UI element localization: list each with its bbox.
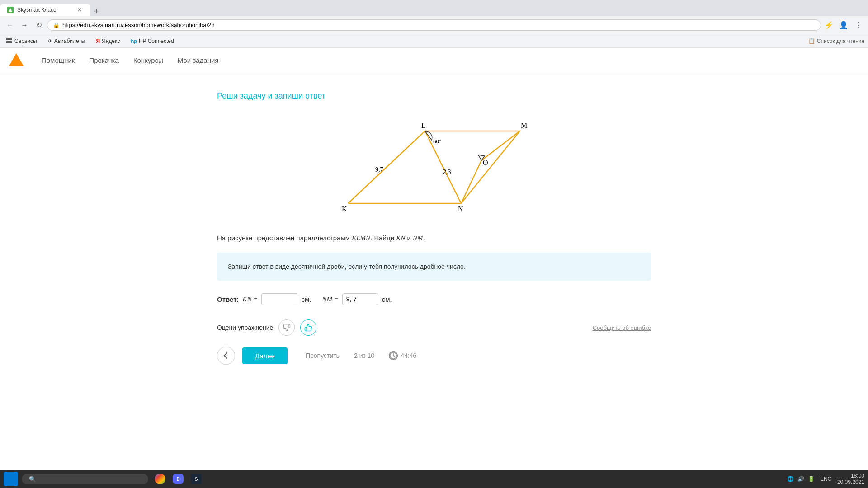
footer-nav: Далее Пропустить 2 из 10 44:46 — [217, 347, 651, 365]
label-K: K — [342, 205, 347, 213]
geometry-diagram: L M K N O 60° 9,7 2,3 — [321, 115, 547, 215]
tab-close-button[interactable]: ✕ — [76, 6, 83, 14]
timer: 44:46 — [389, 351, 416, 360]
menu-button[interactable]: ⋮ — [852, 19, 864, 32]
svg-rect-1 — [6, 38, 9, 40]
svg-marker-0 — [9, 8, 12, 12]
next-button[interactable]: Далее — [242, 347, 288, 364]
bookmark-flights[interactable]: ✈ Авиабилеты — [45, 37, 88, 45]
answer-row: Ответ: KN = см. NM = см. — [217, 293, 651, 305]
reload-button[interactable]: ↻ — [33, 19, 45, 32]
bookmark-yandex-label: Яндекс — [102, 38, 120, 44]
hint-box: Запиши ответ в виде десятичной дроби, ес… — [217, 253, 651, 281]
yandex-icon: Я — [96, 38, 100, 44]
diagram-container: L M K N O 60° 9,7 2,3 — [217, 115, 651, 215]
page-header: Помощник Прокачка Конкурсы Мои задания — [0, 48, 868, 73]
svg-rect-3 — [6, 41, 9, 43]
math-klmn: KLMN — [352, 235, 370, 242]
nm-input[interactable] — [342, 293, 378, 305]
report-error-link[interactable]: Сообщить об ошибке — [593, 324, 651, 331]
bookmark-hp-label: HP Connected — [139, 38, 174, 44]
nm-label: NM = — [322, 296, 338, 303]
math-kn: KN — [396, 235, 405, 242]
nav-bar: ← → ↻ 🔒 https://edu.skysmart.ru/lesson/h… — [0, 16, 868, 34]
bookmarks-bar: Сервисы ✈ Авиабилеты Я Яндекс hp HP Conn… — [0, 34, 868, 48]
bookmark-services[interactable]: Сервисы — [4, 37, 40, 45]
progress-indicator: 2 из 10 — [354, 352, 374, 359]
problem-text: На рисунке представлен параллелограмм KL… — [217, 233, 651, 244]
svg-rect-2 — [9, 38, 12, 40]
reading-list-icon: 📋 — [808, 38, 815, 44]
reading-list-label: Список для чтения — [817, 38, 864, 44]
kn-label: KN = — [243, 296, 258, 303]
hint-text: Запиши ответ в виде десятичной дроби, ес… — [228, 263, 466, 270]
nav-pumping[interactable]: Прокачка — [89, 56, 118, 64]
line-om — [481, 131, 520, 160]
label-N: N — [458, 205, 463, 213]
rating-row: Оцени упражнение Сообщить об ошибке — [217, 319, 651, 336]
extensions-button[interactable]: ⚡ — [823, 19, 835, 32]
logo[interactable] — [9, 53, 24, 68]
new-tab-button[interactable]: + — [90, 7, 103, 16]
timer-value: 44:46 — [401, 352, 416, 359]
reading-list[interactable]: 📋 Список для чтения — [808, 38, 864, 44]
bookmark-hp[interactable]: hp HP Connected — [128, 37, 176, 45]
kn-unit: см. — [301, 296, 311, 303]
bookmark-yandex[interactable]: Я Яндекс — [93, 37, 123, 45]
tab-title: Skysmart Класс — [17, 7, 56, 13]
grid-icon — [6, 38, 13, 44]
page-content: Реши задачу и запиши ответ L M K — [208, 73, 660, 383]
nav-contests[interactable]: Конкурсы — [133, 56, 163, 64]
like-button[interactable] — [300, 319, 316, 336]
nav-helper[interactable]: Помощник — [42, 56, 75, 64]
diagonal-ln — [425, 131, 461, 203]
url-display: https://edu.skysmart.ru/lesson/homework/… — [62, 22, 215, 28]
profile-button[interactable]: 👤 — [837, 19, 850, 32]
forward-button[interactable]: → — [18, 19, 31, 32]
nav-my-tasks[interactable]: Мои задания — [178, 56, 219, 64]
skip-button[interactable]: Пропустить — [306, 352, 340, 359]
label-M: M — [521, 122, 527, 129]
math-nm: NM — [413, 235, 423, 242]
url-text: https://edu.skysmart.ru/lesson/homework/… — [62, 22, 215, 28]
nav-right-controls: ⚡ 👤 ⋮ — [823, 19, 864, 32]
active-tab[interactable]: Skysmart Класс ✕ — [0, 4, 90, 16]
answer-label: Ответ: — [217, 296, 239, 303]
thumbs-up-icon — [304, 324, 312, 332]
kn-input[interactable] — [261, 293, 297, 305]
back-nav-button[interactable] — [217, 347, 235, 365]
bookmark-services-label: Сервисы — [14, 38, 37, 44]
arrow-left-icon — [222, 352, 230, 359]
angle-60-label: 60° — [433, 138, 441, 145]
main-nav: Помощник Прокачка Конкурсы Мои задания — [42, 56, 219, 64]
task-title: Реши задачу и запиши ответ — [217, 91, 651, 101]
nm-unit: см. — [382, 296, 392, 303]
back-button[interactable]: ← — [4, 19, 16, 32]
tab-favicon — [7, 7, 14, 13]
side-ln-label: 2,3 — [443, 169, 451, 175]
rating-label: Оцени упражнение — [217, 324, 273, 331]
svg-line-7 — [393, 356, 395, 357]
timer-icon — [389, 351, 398, 360]
clock-icon — [390, 352, 397, 360]
hp-icon: hp — [131, 38, 137, 44]
address-bar[interactable]: 🔒 https://edu.skysmart.ru/lesson/homewor… — [47, 19, 821, 31]
svg-rect-4 — [9, 41, 12, 43]
label-O: O — [483, 159, 488, 166]
side-kl-label: 9,7 — [375, 166, 383, 173]
dislike-button[interactable] — [278, 319, 295, 336]
bookmark-flights-label: Авиабилеты — [54, 38, 85, 44]
plane-icon: ✈ — [48, 38, 52, 44]
label-L: L — [421, 122, 426, 129]
tab-bar: Skysmart Класс ✕ + — [0, 0, 868, 16]
lock-icon: 🔒 — [53, 22, 60, 28]
thumbs-down-icon — [283, 324, 291, 332]
